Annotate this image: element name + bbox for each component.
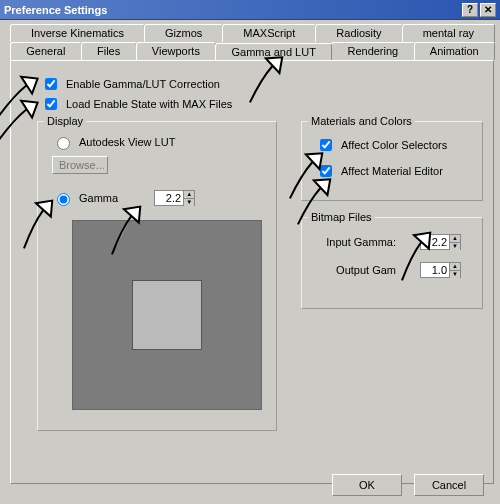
chk-load-state[interactable]: [45, 98, 57, 110]
tab-general[interactable]: General: [10, 42, 82, 60]
tab-gizmos[interactable]: Gizmos: [144, 24, 223, 42]
spin-down-icon[interactable]: ▼: [449, 271, 460, 278]
radio-gamma[interactable]: [57, 193, 70, 206]
row-affect-selectors: Affect Color Selectors: [316, 136, 447, 154]
spin-up-icon[interactable]: ▲: [449, 235, 460, 243]
spin-down-icon[interactable]: ▼: [183, 199, 194, 206]
chk-enable-gamma[interactable]: [45, 78, 57, 90]
tab-radiosity[interactable]: Radiosity: [315, 24, 402, 42]
lbl-affect-editor: Affect Material Editor: [341, 165, 443, 177]
tab-gamma-and-lut[interactable]: Gamma and LUT: [215, 43, 332, 61]
spin-down-icon[interactable]: ▼: [449, 243, 460, 250]
tab-files[interactable]: Files: [81, 42, 137, 60]
lbl-output-gamma: Output Gam: [314, 264, 396, 276]
tab-inverse-kinematics[interactable]: Inverse Kinematics: [10, 24, 145, 42]
title-bar: Preference Settings ? ✕: [0, 0, 500, 20]
window-title: Preference Settings: [4, 4, 460, 16]
group-materials-colors: Materials and Colors Affect Color Select…: [301, 121, 483, 201]
input-display-gamma[interactable]: [155, 191, 183, 205]
input-input-gamma[interactable]: [421, 235, 449, 249]
lbl-enable-gamma: Enable Gamma/LUT Correction: [66, 78, 220, 90]
cancel-button[interactable]: Cancel: [414, 474, 484, 496]
legend-matcol: Materials and Colors: [308, 115, 415, 127]
row-radio-lut: Autodesk View LUT: [52, 134, 175, 150]
gamma-preview-inner: [132, 280, 202, 350]
row-enable-gamma: Enable Gamma/LUT Correction: [41, 75, 220, 93]
spinner-input-gamma[interactable]: ▲ ▼: [420, 234, 461, 250]
browse-button[interactable]: Browse...: [52, 156, 108, 174]
spin-up-icon[interactable]: ▲: [183, 191, 194, 199]
spin-up-icon[interactable]: ▲: [449, 263, 460, 271]
radio-autodesk-lut[interactable]: [57, 137, 70, 150]
tabs-row-top: Inverse Kinematics Gizmos MAXScript Radi…: [10, 24, 494, 42]
chk-affect-selectors[interactable]: [320, 139, 332, 151]
help-button[interactable]: ?: [462, 3, 478, 17]
legend-display: Display: [44, 115, 86, 127]
tab-maxscript[interactable]: MAXScript: [222, 24, 316, 42]
tab-panel: Enable Gamma/LUT Correction Load Enable …: [10, 60, 494, 484]
tab-viewports[interactable]: Viewports: [136, 42, 217, 60]
lbl-autodesk-lut: Autodesk View LUT: [79, 136, 175, 148]
spinner-output-gamma[interactable]: ▲ ▼: [420, 262, 461, 278]
close-button[interactable]: ✕: [480, 3, 496, 17]
tabs-row-bottom: General Files Viewports Gamma and LUT Re…: [10, 42, 494, 60]
lbl-input-gamma: Input Gamma:: [314, 236, 396, 248]
input-output-gamma[interactable]: [421, 263, 449, 277]
tab-rendering[interactable]: Rendering: [331, 42, 414, 60]
ok-button[interactable]: OK: [332, 474, 402, 496]
gamma-preview: [72, 220, 262, 410]
lbl-load-state: Load Enable State with MAX Files: [66, 98, 232, 110]
row-affect-editor: Affect Material Editor: [316, 162, 443, 180]
row-load-state: Load Enable State with MAX Files: [41, 95, 232, 113]
legend-bitmap: Bitmap Files: [308, 211, 375, 223]
spinner-display-gamma[interactable]: ▲ ▼: [154, 190, 195, 206]
lbl-affect-selectors: Affect Color Selectors: [341, 139, 447, 151]
group-bitmap-files: Bitmap Files Input Gamma: ▲ ▼ Output Gam…: [301, 217, 483, 309]
client-area: Inverse Kinematics Gizmos MAXScript Radi…: [0, 20, 500, 504]
tab-mental-ray[interactable]: mental ray: [402, 24, 495, 42]
row-radio-gamma: Gamma ▲ ▼: [52, 190, 195, 206]
lbl-gamma: Gamma: [79, 192, 118, 204]
group-display: Display Autodesk View LUT Browse... Gamm…: [37, 121, 277, 431]
chk-affect-editor[interactable]: [320, 165, 332, 177]
tab-animation[interactable]: Animation: [414, 42, 496, 60]
